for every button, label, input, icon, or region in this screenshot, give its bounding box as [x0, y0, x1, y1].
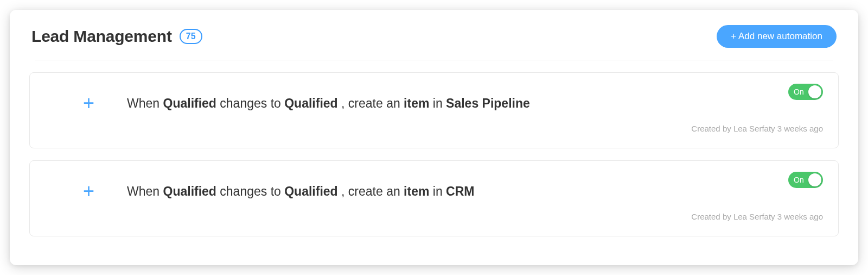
text-item: item	[404, 184, 429, 198]
text-create-an: , create an	[341, 96, 400, 110]
plus-icon[interactable]: +	[83, 93, 94, 113]
text-item: item	[404, 96, 429, 110]
automations-panel: Lead Management 75 + Add new automation …	[10, 10, 858, 265]
text-changes-to: changes to	[220, 184, 281, 198]
toggle-knob	[808, 173, 821, 186]
text-column: Qualified	[163, 96, 216, 110]
text-target: Sales Pipeline	[446, 96, 530, 110]
header-left: Lead Management 75	[31, 27, 202, 46]
divider	[35, 60, 833, 60]
automation-card[interactable]: On + When Qualified changes to Qualified…	[29, 72, 839, 148]
text-when: When	[127, 184, 159, 198]
toggle-knob	[808, 85, 821, 98]
header-row: Lead Management 75 + Add new automation	[29, 25, 839, 60]
page-title: Lead Management	[31, 27, 172, 46]
text-value: Qualified	[284, 184, 337, 198]
text-changes-to: changes to	[220, 96, 281, 110]
text-column: Qualified	[163, 184, 216, 198]
automation-sentence: When Qualified changes to Qualified , cr…	[127, 184, 474, 199]
count-badge: 75	[180, 29, 202, 44]
text-when: When	[127, 96, 159, 110]
created-by-text: Created by Lea Serfaty 3 weeks ago	[45, 212, 823, 221]
plus-icon[interactable]: +	[83, 182, 94, 201]
created-by-text: Created by Lea Serfaty 3 weeks ago	[45, 124, 823, 133]
toggle-label: On	[794, 176, 804, 184]
text-in: in	[433, 96, 443, 110]
text-in: in	[433, 184, 443, 198]
text-create-an: , create an	[341, 184, 400, 198]
toggle-switch[interactable]: On	[788, 84, 823, 100]
toggle-label: On	[794, 88, 804, 96]
text-target: CRM	[446, 184, 474, 198]
add-automation-button[interactable]: + Add new automation	[717, 25, 837, 48]
text-value: Qualified	[284, 96, 337, 110]
automation-card[interactable]: On + When Qualified changes to Qualified…	[29, 160, 839, 236]
automation-sentence: When Qualified changes to Qualified , cr…	[127, 96, 530, 111]
toggle-switch[interactable]: On	[788, 172, 823, 188]
